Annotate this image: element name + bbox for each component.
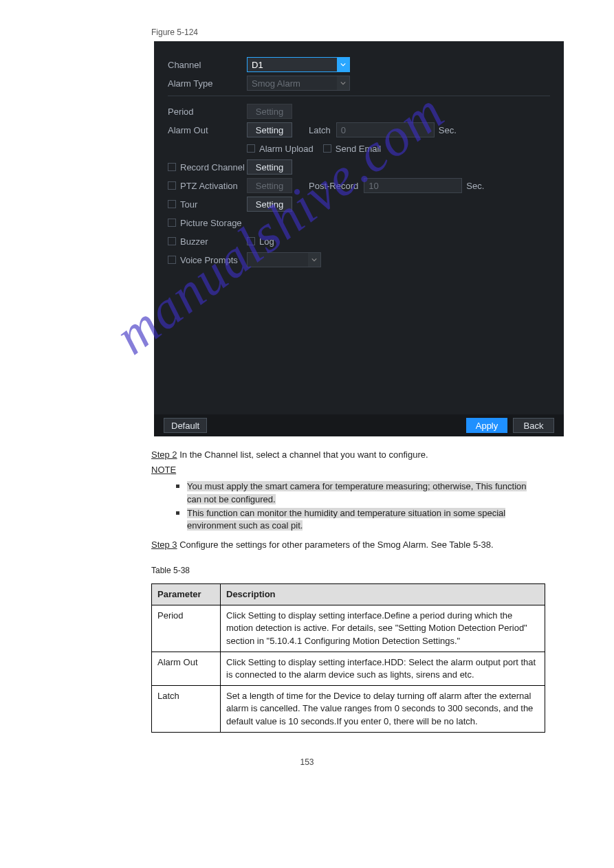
alarm-out-label: Alarm Out xyxy=(168,125,247,135)
tour-setting-button[interactable]: Setting xyxy=(247,197,292,212)
alarm-type-value: Smog Alarm xyxy=(252,78,300,89)
channel-value: D1 xyxy=(252,60,263,70)
apply-button[interactable]: Apply xyxy=(466,418,507,433)
default-button[interactable]: Default xyxy=(164,418,207,433)
alarm-upload-label: Alarm Upload xyxy=(259,144,314,154)
panel-footer: Default Apply Back xyxy=(154,414,564,436)
step3-label: Step 3 xyxy=(151,539,177,550)
cell-param: Alarm Out xyxy=(152,652,221,685)
latch-unit: Sec. xyxy=(439,125,457,135)
channel-select[interactable]: D1 xyxy=(247,57,350,72)
send-email-label: Send Email xyxy=(336,144,381,154)
post-record-unit: Sec. xyxy=(466,181,484,191)
back-button[interactable]: Back xyxy=(513,418,554,433)
voice-checkbox[interactable] xyxy=(168,256,176,264)
send-email-checkbox[interactable] xyxy=(323,144,331,153)
latch-label: Latch xyxy=(309,125,331,135)
buzzer-checkbox[interactable] xyxy=(168,237,176,245)
picture-storage-checkbox[interactable] xyxy=(168,219,176,227)
ptz-checkbox[interactable] xyxy=(168,181,176,190)
note2b: environment such as coal pit. xyxy=(187,520,303,531)
cell-desc: Click Setting to display setting interfa… xyxy=(221,605,545,652)
channel-label: Channel xyxy=(168,60,247,70)
table-row: Period Click Setting to display setting … xyxy=(152,605,545,652)
table-row: Latch Set a length of time for the Devic… xyxy=(152,686,545,733)
tour-label: Tour xyxy=(180,199,197,210)
figure-caption: Figure 5-124 xyxy=(151,27,580,37)
latch-input[interactable]: 0 xyxy=(336,122,435,137)
record-channel-label: Record Channel xyxy=(180,162,245,173)
params-table: Parameter Description Period Click Setti… xyxy=(151,583,545,733)
step2-text: In the Channel list, select a channel th… xyxy=(179,449,428,460)
buzzer-label: Buzzer xyxy=(180,236,208,247)
alarm-upload-checkbox[interactable] xyxy=(247,144,255,153)
cell-desc: Set a length of time for the Device to d… xyxy=(221,686,545,733)
th-parameter: Parameter xyxy=(152,584,221,605)
note1b: can not be configured. xyxy=(187,494,276,504)
chevron-down-icon xyxy=(308,253,320,267)
cell-param: Period xyxy=(152,605,221,652)
period-setting-button[interactable]: Setting xyxy=(247,104,292,119)
voice-label: Voice Prompts xyxy=(180,255,238,265)
note2a: This function can monitor the humidity a… xyxy=(187,508,505,518)
log-checkbox[interactable] xyxy=(247,237,255,245)
chevron-down-icon xyxy=(337,76,349,90)
voice-select[interactable] xyxy=(247,252,321,267)
period-label: Period xyxy=(168,107,247,117)
ptz-label: PTZ Activation xyxy=(180,181,238,191)
alarm-type-label: Alarm Type xyxy=(168,78,247,89)
post-record-label: Post-Record xyxy=(309,181,358,191)
settings-panel: Channel D1 Alarm Type Smog Alarm xyxy=(154,41,564,436)
chevron-down-icon xyxy=(337,58,349,71)
picture-storage-label: Picture Storage xyxy=(180,218,242,228)
alarm-out-setting-button[interactable]: Setting xyxy=(247,122,292,137)
record-channel-checkbox[interactable] xyxy=(168,163,176,171)
alarm-type-select[interactable]: Smog Alarm xyxy=(247,76,350,91)
ptz-setting-button[interactable]: Setting xyxy=(247,178,292,193)
page-number: 153 xyxy=(34,757,580,767)
step3-text: Configure the settings for other paramet… xyxy=(179,539,493,550)
bullet-icon xyxy=(176,485,179,488)
note-list: You must apply the smart camera for temp… xyxy=(151,480,545,532)
note-label: NOTE xyxy=(151,465,176,475)
tour-checkbox[interactable] xyxy=(168,200,176,208)
table-caption: Table 5-38 xyxy=(151,565,545,577)
note1a: You must apply the smart camera for temp… xyxy=(187,481,527,491)
table-row: Alarm Out Click Setting to display setti… xyxy=(152,652,545,685)
record-channel-setting-button[interactable]: Setting xyxy=(247,159,292,175)
log-label: Log xyxy=(259,236,274,247)
cell-param: Latch xyxy=(152,686,221,733)
bullet-icon xyxy=(176,511,179,515)
step2-label: Step 2 xyxy=(151,449,177,460)
th-description: Description xyxy=(221,584,545,605)
post-record-input[interactable]: 10 xyxy=(364,178,462,193)
cell-desc: Click Setting to display setting interfa… xyxy=(221,652,545,685)
